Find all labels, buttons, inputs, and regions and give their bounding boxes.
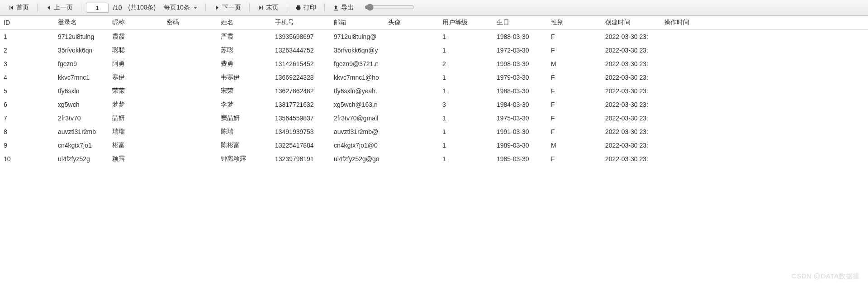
col-avatar[interactable]: 头像 <box>384 16 439 30</box>
cell-gender: F <box>547 98 602 111</box>
cell-nick: 阿勇 <box>109 57 163 71</box>
cell-phone: 13564559837 <box>271 111 330 125</box>
cell-id: 1 <box>0 30 54 44</box>
export-button[interactable]: 导出 <box>329 3 357 13</box>
cell-login: 9712ui8tulng <box>54 30 109 44</box>
col-pwd[interactable]: 密码 <box>163 16 217 30</box>
cell-name: 韦寒伊 <box>217 71 271 84</box>
col-nick[interactable]: 昵称 <box>109 16 163 30</box>
cell-avatar <box>384 98 439 111</box>
next-page-button[interactable]: 下一页 <box>210 3 245 13</box>
cell-login: cn4kgtx7jo1 <box>54 139 109 152</box>
cell-created: 2022-03-30 23: <box>602 125 660 139</box>
col-birthday[interactable]: 生日 <box>493 16 547 30</box>
cell-avatar <box>384 139 439 152</box>
col-created[interactable]: 创建时间 <box>602 16 660 30</box>
col-email[interactable]: 邮箱 <box>330 16 384 30</box>
col-op[interactable]: 操作时间 <box>660 16 868 30</box>
cell-op <box>660 84 868 98</box>
cell-phone: 13142615452 <box>271 57 330 71</box>
cell-email: tfy6sxln@yeah. <box>330 84 384 98</box>
cell-pwd <box>163 98 217 111</box>
table-header-row: ID 登录名 昵称 密码 姓名 手机号 邮箱 头像 用户等级 生日 性别 创建时… <box>0 16 868 30</box>
table-row[interactable]: 10ul4fzfyz52g颖露钟离颖露13239798191ul4fzfyz52… <box>0 152 868 166</box>
page-total-label: /10 <box>111 4 123 11</box>
cell-level: 1 <box>439 111 493 125</box>
cell-gender: F <box>547 125 602 139</box>
last-page-button[interactable]: 末页 <box>254 3 282 13</box>
cell-nick: 瑞瑞 <box>109 125 163 139</box>
cell-created: 2022-03-30 23: <box>602 139 660 152</box>
cell-login: auvztl31r2mb <box>54 125 109 139</box>
cell-name: 窦晶妍 <box>217 111 271 125</box>
data-table: ID 登录名 昵称 密码 姓名 手机号 邮箱 头像 用户等级 生日 性别 创建时… <box>0 16 868 166</box>
table-row[interactable]: 6xg5wch梦梦李梦13817721632xg5wch@163.n31984-… <box>0 98 868 111</box>
cell-phone: 13935698697 <box>271 30 330 44</box>
col-name[interactable]: 姓名 <box>217 16 271 30</box>
cell-nick: 彬富 <box>109 139 163 152</box>
cell-pwd <box>163 71 217 84</box>
cell-op <box>660 125 868 139</box>
cell-nick: 聪聪 <box>109 43 163 57</box>
cell-avatar <box>384 125 439 139</box>
col-id[interactable]: ID <box>0 16 54 30</box>
table-row[interactable]: 8auvztl31r2mb瑞瑞陈瑞13491939753auvztl31r2mb… <box>0 125 868 139</box>
toolbar-separator <box>205 3 206 12</box>
cell-login: 35rfvokk6qn <box>54 43 109 57</box>
col-login[interactable]: 登录名 <box>54 16 109 30</box>
per-page-dropdown[interactable]: 每页10条 <box>160 3 201 13</box>
cell-email: kkvc7mnc1@ho <box>330 71 384 84</box>
cell-id: 3 <box>0 57 54 71</box>
table-row[interactable]: 235rfvokk6qn聪聪苏聪1326344475235rfvokk6qn@y… <box>0 43 868 57</box>
cell-nick: 晶妍 <box>109 111 163 125</box>
cell-created: 2022-03-30 23: <box>602 30 660 44</box>
cell-level: 1 <box>439 139 493 152</box>
cell-level: 1 <box>439 84 493 98</box>
table-row[interactable]: 3fgezn9阿勇费勇13142615452fgezn9@3721.n21998… <box>0 57 868 71</box>
cell-pwd <box>163 43 217 57</box>
cell-avatar <box>384 111 439 125</box>
col-phone[interactable]: 手机号 <box>271 16 330 30</box>
cell-op <box>660 30 868 44</box>
zoom-slider[interactable] <box>365 4 414 12</box>
cell-name: 苏聪 <box>217 43 271 57</box>
table-row[interactable]: 19712ui8tulng霞霞严霞139356986979712ui8tulng… <box>0 30 868 44</box>
col-level[interactable]: 用户等级 <box>439 16 493 30</box>
cell-level: 1 <box>439 71 493 84</box>
print-button[interactable]: 打印 <box>292 3 320 13</box>
cell-email: xg5wch@163.n <box>330 98 384 111</box>
prev-page-button[interactable]: 上一页 <box>42 3 76 13</box>
table-row[interactable]: 5tfy6sxln荣荣宋荣13627862482tfy6sxln@yeah.11… <box>0 84 868 98</box>
cell-login: ul4fzfyz52g <box>54 152 109 166</box>
cell-name: 陈瑞 <box>217 125 271 139</box>
zoom-slider-input[interactable] <box>365 4 414 11</box>
cell-created: 2022-03-30 23: <box>602 43 660 57</box>
table-row[interactable]: 72fr3tv70晶妍窦晶妍135645598372fr3tv70@gmail1… <box>0 111 868 125</box>
cell-avatar <box>384 84 439 98</box>
per-page-label: 每页10条 <box>164 4 190 12</box>
cell-id: 7 <box>0 111 54 125</box>
cell-created: 2022-03-30 23: <box>602 152 660 166</box>
cell-email: auvztl31r2mb@ <box>330 125 384 139</box>
cell-id: 5 <box>0 84 54 98</box>
pagination-toolbar: 首页 上一页 /10 (共100条) 每页10条 下一页 末页 打印 <box>0 0 868 16</box>
cell-op <box>660 139 868 152</box>
cell-created: 2022-03-30 23: <box>602 71 660 84</box>
cell-pwd <box>163 152 217 166</box>
cell-birthday: 1989-03-30 <box>493 139 547 152</box>
table-row[interactable]: 9cn4kgtx7jo1彬富陈彬富13225417884cn4kgtx7jo1@… <box>0 139 868 152</box>
cell-name: 严霞 <box>217 30 271 44</box>
cell-login: fgezn9 <box>54 57 109 71</box>
cell-gender: F <box>547 30 602 44</box>
cell-op <box>660 71 868 84</box>
cell-pwd <box>163 139 217 152</box>
cell-email: cn4kgtx7jo1@0 <box>330 139 384 152</box>
cell-pwd <box>163 57 217 71</box>
col-gender[interactable]: 性别 <box>547 16 602 30</box>
cell-birthday: 1972-03-30 <box>493 43 547 57</box>
cell-level: 1 <box>439 125 493 139</box>
table-row[interactable]: 4kkvc7mnc1寒伊韦寒伊13669224328kkvc7mnc1@ho11… <box>0 71 868 84</box>
cell-birthday: 1975-03-30 <box>493 111 547 125</box>
page-number-input[interactable] <box>86 3 109 13</box>
first-page-button[interactable]: 首页 <box>5 3 33 13</box>
